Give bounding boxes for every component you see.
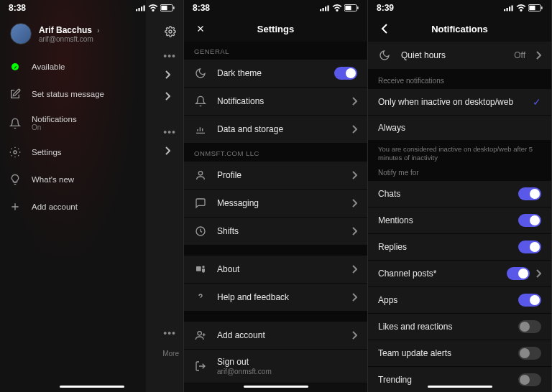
row-label: Help and feedback xyxy=(217,292,341,302)
chevron-right-icon xyxy=(351,227,357,235)
row-label: Chats xyxy=(378,189,400,199)
moon-icon xyxy=(378,49,391,62)
wifi-icon xyxy=(332,4,342,11)
row-apps: Apps xyxy=(368,287,551,314)
row-about[interactable]: About xyxy=(184,256,367,284)
svg-rect-1 xyxy=(136,9,137,11)
row-notifications[interactable]: Notifications xyxy=(184,88,367,116)
row-label: Mentions xyxy=(378,215,413,225)
svg-rect-13 xyxy=(328,6,329,11)
svg-rect-11 xyxy=(323,8,324,11)
help-text: You are considered inactive on desktop/w… xyxy=(368,141,551,166)
svg-rect-7 xyxy=(161,6,167,10)
row-label: Shifts xyxy=(217,226,341,236)
nav-title: Settings xyxy=(184,24,367,34)
row-quiethours[interactable]: Quiet hours Off xyxy=(368,42,551,70)
menu-item-whatsnew[interactable]: What's new xyxy=(0,166,183,193)
menu-label: Settings xyxy=(32,148,62,157)
profile-email: arif@onmsft.com xyxy=(39,35,100,43)
row-label: Add account xyxy=(217,330,341,340)
toggle-chats[interactable] xyxy=(518,187,541,200)
toggle-darktheme[interactable] xyxy=(334,67,357,80)
svg-rect-12 xyxy=(325,6,326,11)
svg-point-22 xyxy=(198,332,201,335)
row-label: Likes and reactions xyxy=(378,322,452,332)
signal-icon xyxy=(504,4,514,11)
menu-item-notifications[interactable]: Notifications On xyxy=(0,108,183,139)
menu-label: Add account xyxy=(32,202,78,211)
row-signout[interactable]: Sign out arif@onmsft.com xyxy=(184,350,367,383)
phone-notifications: 8:39 Notifications Quiet hours Off Recei… xyxy=(368,0,552,392)
profile-name: Arif Bacchus xyxy=(39,25,92,35)
back-icon[interactable] xyxy=(378,22,391,35)
toggle-replies[interactable] xyxy=(518,241,541,253)
bell-icon xyxy=(194,95,207,108)
menu-item-addaccount[interactable]: Add account xyxy=(0,193,183,220)
toggle-mentions[interactable] xyxy=(518,214,541,227)
chevron-right-icon xyxy=(351,331,357,340)
row-mentions: Mentions xyxy=(368,207,551,234)
close-icon[interactable] xyxy=(194,22,207,35)
home-indicator[interactable] xyxy=(60,386,124,388)
row-channel[interactable]: Channel posts* xyxy=(368,261,551,287)
status-bar: 8:38 xyxy=(0,0,183,16)
menu-item-status[interactable]: Set status message xyxy=(0,80,183,108)
row-data[interactable]: Data and storage xyxy=(184,116,367,144)
row-label: Channel posts* xyxy=(378,269,436,279)
home-indicator[interactable] xyxy=(428,386,492,388)
svg-rect-4 xyxy=(144,6,145,11)
toggle-trending[interactable] xyxy=(518,373,541,386)
row-label: About xyxy=(217,264,341,274)
row-help[interactable]: Help and feedback xyxy=(184,284,367,312)
row-label: Apps xyxy=(378,295,397,305)
chevron-right-icon xyxy=(351,97,357,106)
option-inactive[interactable]: Only when inactive on desktop/web ✓ xyxy=(368,89,551,116)
chevron-right-icon xyxy=(351,293,357,302)
svg-rect-29 xyxy=(529,6,535,10)
toggle-channel[interactable] xyxy=(507,267,530,280)
chevron-right-icon xyxy=(535,51,541,60)
toggle-likes[interactable] xyxy=(518,320,541,333)
status-bar: 8:38 xyxy=(184,0,367,16)
more-dots-icon[interactable]: ••• xyxy=(163,327,176,339)
status-time: 8:38 xyxy=(193,3,210,13)
menu-item-settings[interactable]: Settings xyxy=(0,139,183,166)
header-notify: Notify me for xyxy=(368,166,551,181)
menu-label: Available xyxy=(32,62,65,71)
toggle-team[interactable] xyxy=(518,347,541,360)
row-addaccount[interactable]: Add account xyxy=(184,322,367,350)
row-chats: Chats xyxy=(368,181,551,207)
option-label: Always xyxy=(378,123,405,133)
row-likes: Likes and reactions xyxy=(368,314,551,340)
moon-icon xyxy=(194,67,207,80)
row-darktheme[interactable]: Dark theme xyxy=(184,60,367,88)
svg-rect-30 xyxy=(541,6,542,9)
row-messaging[interactable]: Messaging xyxy=(184,190,367,218)
person-icon xyxy=(194,169,207,182)
svg-point-27 xyxy=(520,10,522,11)
svg-point-18 xyxy=(198,172,202,175)
profile-row[interactable]: Arif Bacchus › arif@onmsft.com xyxy=(0,16,183,53)
menu-item-available[interactable]: ✓ Available xyxy=(0,53,183,80)
row-label: Quiet hours xyxy=(401,50,504,60)
option-always[interactable]: Always xyxy=(368,116,551,141)
chart-icon xyxy=(194,123,207,136)
checkmark-icon: ✓ xyxy=(533,96,541,108)
row-profile[interactable]: Profile xyxy=(184,162,367,190)
header-receive: Receive notifications xyxy=(368,70,551,89)
status-right xyxy=(136,4,175,11)
spacer xyxy=(184,312,367,322)
phone-settings: 8:38 Settings GENERAL Dark theme Notific… xyxy=(184,0,368,392)
person-plus-icon xyxy=(194,329,207,342)
phone-drawer: ••• ••• ••• More 8:38 Arif Bacchus › ari… xyxy=(0,0,184,392)
toggle-apps[interactable] xyxy=(518,294,541,307)
signout-icon xyxy=(194,360,207,373)
svg-rect-10 xyxy=(320,9,321,11)
row-shifts[interactable]: Shifts xyxy=(184,218,367,246)
svg-rect-2 xyxy=(139,8,140,11)
chevron-right-icon xyxy=(351,171,357,179)
row-sublabel: arif@onmsft.com xyxy=(217,368,357,375)
chevron-right-icon xyxy=(351,199,357,207)
quiet-value: Off xyxy=(514,50,525,60)
home-indicator[interactable] xyxy=(244,386,308,388)
